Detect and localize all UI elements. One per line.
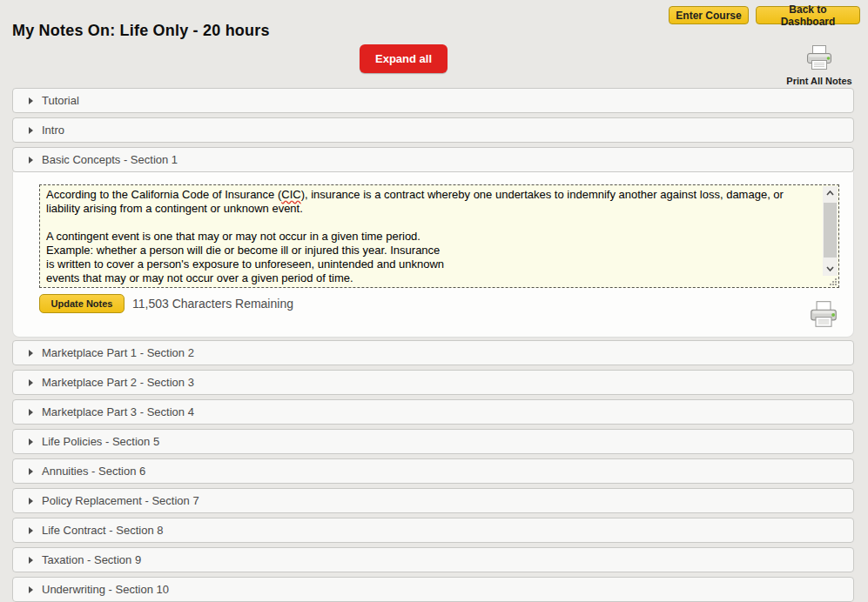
- note-actions: Update Notes 11,503 Characters Remaining: [39, 294, 839, 313]
- characters-remaining: 11,503 Characters Remaining: [132, 297, 293, 311]
- section-label: Taxation - Section 9: [42, 553, 141, 566]
- triangle-right-icon: [29, 350, 33, 357]
- section-header-intro[interactable]: Intro: [12, 117, 854, 143]
- print-section-notes-button[interactable]: [808, 300, 839, 332]
- textarea-scrollbar[interactable]: [823, 186, 838, 276]
- section-label: Tutorial: [42, 94, 79, 107]
- section-label: Annuities - Section 6: [42, 465, 145, 478]
- triangle-right-icon: [29, 438, 33, 445]
- note-text: According to the California Code of Insu…: [40, 185, 838, 288]
- section-label: Policy Replacement - Section 7: [42, 494, 199, 507]
- triangle-right-icon: [29, 157, 33, 164]
- section-label: Marketplace Part 2 - Section 3: [42, 376, 194, 389]
- chevron-up-icon[interactable]: [826, 191, 834, 196]
- section-label: Marketplace Part 3 - Section 4: [42, 405, 194, 418]
- section-label: Basic Concepts - Section 1: [42, 153, 178, 166]
- triangle-right-icon: [29, 379, 33, 386]
- section-header-marketplace-3[interactable]: Marketplace Part 3 - Section 4: [12, 399, 854, 425]
- update-notes-button[interactable]: Update Notes: [39, 294, 124, 313]
- scrollbar-thumb[interactable]: [824, 203, 837, 258]
- chevron-down-icon[interactable]: [826, 266, 834, 271]
- printer-icon: [804, 44, 834, 71]
- triangle-right-icon: [29, 409, 33, 416]
- back-to-dashboard-button[interactable]: Back to Dashboard: [756, 6, 860, 24]
- note-editor-panel: According to the California Code of Insu…: [12, 172, 854, 338]
- resize-grip-icon[interactable]: [829, 278, 837, 285]
- misspelled-word: CIC: [281, 188, 300, 201]
- section-header-underwriting[interactable]: Underwriting - Section 10: [12, 577, 854, 602]
- printer-icon: [808, 300, 839, 329]
- section-label: Life Policies - Section 5: [42, 435, 159, 448]
- section-header-tutorial[interactable]: Tutorial: [12, 88, 854, 113]
- section-header-annuities[interactable]: Annuities - Section 6: [12, 458, 854, 484]
- print-all-notes-button[interactable]: Print All Notes: [779, 44, 859, 86]
- section-header-marketplace-2[interactable]: Marketplace Part 2 - Section 3: [12, 370, 854, 395]
- section-header-taxation[interactable]: Taxation - Section 9: [12, 547, 854, 572]
- notes-textarea[interactable]: According to the California Code of Insu…: [39, 184, 839, 288]
- expand-all-button[interactable]: Expand all: [360, 44, 447, 73]
- triangle-right-icon: [29, 527, 33, 534]
- triangle-right-icon: [29, 498, 33, 505]
- section-label: Underwriting - Section 10: [42, 583, 169, 596]
- triangle-right-icon: [29, 97, 33, 104]
- sections-accordion: Tutorial Intro Basic Concepts - Section …: [12, 88, 854, 602]
- section-header-marketplace-1[interactable]: Marketplace Part 1 - Section 2: [12, 340, 854, 365]
- section-label: Life Contract - Section 8: [42, 524, 163, 537]
- enter-course-button[interactable]: Enter Course: [669, 6, 749, 24]
- section-header-basic-concepts[interactable]: Basic Concepts - Section 1: [12, 147, 854, 172]
- section-label: Intro: [42, 124, 64, 137]
- triangle-right-icon: [29, 468, 33, 475]
- section-header-life-policies[interactable]: Life Policies - Section 5: [12, 429, 854, 454]
- section-header-policy-replacement[interactable]: Policy Replacement - Section 7: [12, 488, 854, 513]
- section-header-life-contract[interactable]: Life Contract - Section 8: [12, 518, 854, 543]
- section-label: Marketplace Part 1 - Section 2: [42, 346, 194, 359]
- triangle-right-icon: [29, 586, 33, 593]
- triangle-right-icon: [29, 557, 33, 564]
- triangle-right-icon: [29, 127, 33, 134]
- print-all-notes-label: Print All Notes: [779, 76, 859, 86]
- page-title: My Notes On: Life Only - 20 hours: [12, 22, 270, 40]
